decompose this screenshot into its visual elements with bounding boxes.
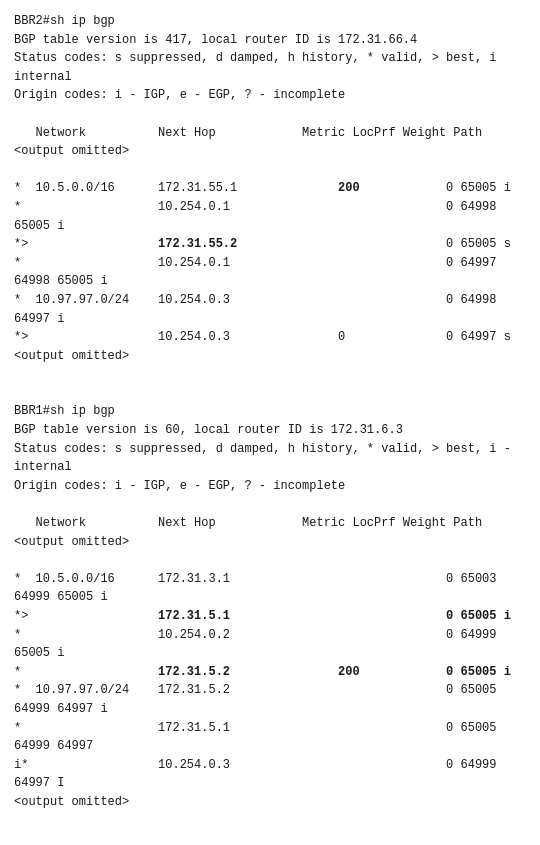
terminal-output: BBR2#sh ip bgp BGP table version is 417,…: [14, 12, 526, 812]
terminal-text: BBR2#sh ip bgp BGP table version is 417,…: [14, 12, 526, 812]
